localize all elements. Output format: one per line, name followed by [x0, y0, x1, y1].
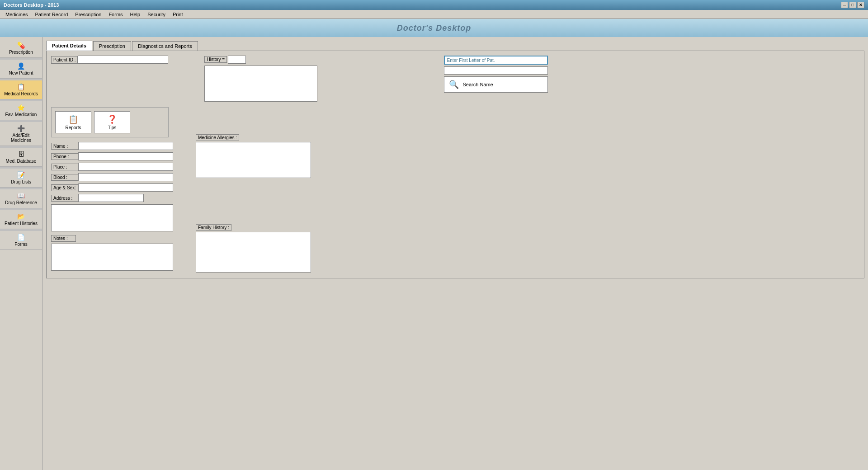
name-label: Name :	[51, 143, 78, 150]
patient-histories-icon: 📂	[17, 213, 25, 220]
menu-bar: Medicines Patient Record Prescription Fo…	[0, 10, 868, 19]
middle-column: Medicine Allergies : Family History :	[196, 134, 313, 273]
sidebar-item-forms[interactable]: 📄 Forms	[0, 231, 42, 250]
medicine-allergies-section: Medicine Allergies :	[196, 134, 313, 179]
menu-medicines[interactable]: Medicines	[2, 11, 32, 18]
main-form-row: 📋 Reports ❓ Tips Name :	[51, 107, 859, 273]
window-title: Doctors Desktop - 2013	[4, 2, 59, 8]
sidebar-label-fav-medication: Fav. Medication	[5, 112, 37, 117]
sidebar-label-drug-lists: Drug Lists	[11, 179, 31, 184]
place-field-group: Place :	[51, 163, 178, 171]
history-section: History =	[204, 56, 317, 103]
prescription-icon: 💊	[17, 42, 25, 49]
app-header: Doctor's Desktop	[0, 19, 868, 37]
search-name-button[interactable]: 🔍 Search Name	[444, 76, 548, 93]
title-bar: Doctors Desktop - 2013 ─ □ ✕	[0, 0, 868, 10]
search-name-label: Search Name	[462, 82, 493, 87]
sidebar-item-new-patient[interactable]: 👤 New Patient	[0, 60, 42, 79]
history-textarea[interactable]	[204, 66, 317, 102]
age-sex-input[interactable]	[78, 183, 173, 192]
sidebar-item-patient-histories[interactable]: 📂 Patient Histories	[0, 210, 42, 229]
sidebar-item-drug-lists[interactable]: 📝 Drug Lists	[0, 169, 42, 188]
drug-lists-icon: 📝	[17, 171, 25, 179]
menu-help[interactable]: Help	[127, 11, 144, 18]
tab-prescription[interactable]: Prescription	[93, 41, 131, 51]
sidebar-label-add-edit: Add/Edit Medicines	[2, 133, 40, 143]
phone-field-group: Phone :	[51, 152, 178, 160]
content-area: Patient Details Prescription Diagnostics…	[42, 37, 868, 470]
drug-reference-icon: 📖	[17, 192, 25, 199]
sidebar-label-med-database: Med. Database	[6, 159, 37, 164]
address-textarea[interactable]	[51, 204, 173, 231]
sidebar-item-prescription[interactable]: 💊 Prescription	[0, 39, 42, 58]
name-field-group: Name :	[51, 142, 178, 150]
place-label: Place :	[51, 164, 78, 170]
age-sex-label: Age & Sex:	[51, 184, 78, 191]
main-layout: 💊 Prescription 👤 New Patient 📋 Medical R…	[0, 37, 868, 470]
blood-input[interactable]	[78, 173, 173, 181]
minimize-button[interactable]: ─	[841, 2, 848, 8]
maximize-button[interactable]: □	[849, 2, 856, 8]
sidebar-label-new-patient: New Patient	[9, 70, 33, 75]
search-section: 🔍 Search Name	[444, 56, 548, 93]
tips-label: Tips	[108, 125, 117, 130]
sidebar-label-patient-histories: Patient Histories	[5, 221, 38, 226]
patient-id-section: Patient ID :	[51, 56, 168, 64]
menu-forms[interactable]: Forms	[105, 11, 126, 18]
name-input[interactable]	[78, 142, 173, 150]
blood-label: Blood :	[51, 174, 78, 181]
fav-medication-icon: ⭐	[17, 104, 25, 111]
family-history-label: Family History :	[196, 224, 231, 231]
med-database-icon: 🗄	[18, 150, 24, 158]
medicine-allergies-label: Medicine Allergies :	[196, 134, 239, 141]
reports-label: Reports	[65, 125, 81, 130]
tabs-bar: Patient Details Prescription Diagnostics…	[46, 41, 864, 51]
notes-field-group: Notes :	[51, 235, 178, 242]
sidebar-item-add-edit-medicines[interactable]: ➕ Add/Edit Medicines	[0, 122, 42, 146]
search-secondary-input[interactable]	[444, 66, 548, 75]
app-title: Doctor's Desktop	[397, 24, 471, 33]
family-history-textarea[interactable]	[196, 232, 311, 273]
menu-patient-record[interactable]: Patient Record	[32, 11, 72, 18]
search-icon: 🔍	[449, 80, 459, 89]
sidebar-label-medical-records: Medical Records	[4, 91, 38, 96]
patient-id-label: Patient ID :	[51, 56, 78, 64]
notes-label: Notes :	[51, 235, 76, 242]
sidebar-item-fav-medication[interactable]: ⭐ Fav. Medication	[0, 101, 42, 120]
action-buttons-group: 📋 Reports ❓ Tips	[51, 107, 169, 137]
left-column: 📋 Reports ❓ Tips Name :	[51, 107, 178, 272]
medicine-allergies-textarea[interactable]	[196, 142, 311, 178]
sidebar: 💊 Prescription 👤 New Patient 📋 Medical R…	[0, 37, 42, 470]
family-history-section: Family History :	[196, 224, 313, 273]
address-label: Address :	[51, 195, 78, 202]
tab-diagnostics[interactable]: Diagnostics and Reports	[132, 41, 198, 51]
menu-prescription[interactable]: Prescription	[71, 11, 105, 18]
sidebar-item-med-database[interactable]: 🗄 Med. Database	[0, 148, 42, 167]
history-input[interactable]	[228, 56, 246, 64]
place-input[interactable]	[78, 163, 173, 171]
sidebar-item-medical-records[interactable]: 📋 Medical Records	[0, 80, 42, 99]
address-field-group: Address :	[51, 194, 178, 202]
reports-button[interactable]: 📋 Reports	[55, 111, 91, 133]
sidebar-label-drug-reference: Drug Reference	[5, 200, 37, 205]
sidebar-item-drug-reference[interactable]: 📖 Drug Reference	[0, 189, 42, 208]
window-controls: ─ □ ✕	[841, 2, 864, 8]
tab-patient-details[interactable]: Patient Details	[46, 41, 92, 51]
tips-button[interactable]: ❓ Tips	[94, 111, 130, 133]
new-patient-icon: 👤	[17, 62, 25, 70]
phone-input[interactable]	[78, 152, 173, 160]
address-input[interactable]	[78, 194, 144, 202]
menu-print[interactable]: Print	[169, 11, 187, 18]
sidebar-label-forms: Forms	[14, 242, 27, 247]
close-button[interactable]: ✕	[857, 2, 864, 8]
history-label: History =	[204, 56, 227, 63]
patient-id-input[interactable]	[78, 56, 168, 64]
menu-security[interactable]: Security	[144, 11, 169, 18]
phone-label: Phone :	[51, 153, 78, 160]
tab-content-patient-details: Patient ID : History =	[46, 51, 864, 278]
first-letter-input[interactable]	[444, 56, 548, 65]
forms-icon: 📄	[17, 234, 25, 241]
reports-icon: 📋	[68, 114, 78, 124]
medical-records-icon: 📋	[17, 83, 25, 90]
notes-textarea[interactable]	[51, 244, 173, 271]
